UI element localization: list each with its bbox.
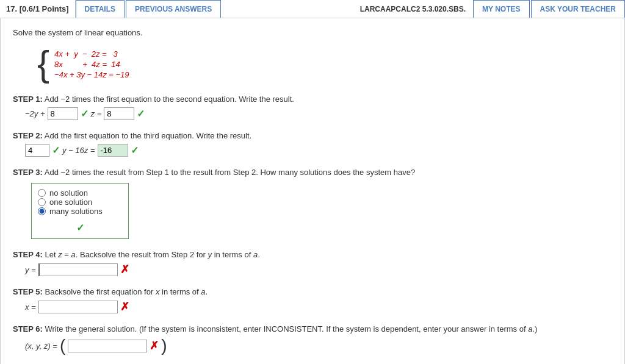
step-5-prefix: x = (25, 302, 36, 312)
step-2: STEP 2: Add the first equation to the th… (13, 131, 612, 157)
step-1-check2: ✓ (137, 108, 145, 120)
step-2-input2[interactable] (98, 144, 128, 157)
step-6-close-paren: ) (161, 337, 167, 354)
step-1-input1[interactable] (48, 107, 78, 120)
step-3-option-many-solutions: many solutions (38, 207, 122, 216)
step-5-row: x = ✗ (25, 300, 612, 313)
step-6-input[interactable] (68, 340, 147, 352)
step-6-prefix: (x, y, z) = (25, 341, 57, 351)
step-6-cross: ✗ (150, 339, 159, 352)
equation-1: 4x + y − 2z = 3 (54, 49, 129, 59)
step-2-row: ✓ y − 16z = ✓ (25, 144, 612, 157)
step-1-content: −2y + ✓ z = ✓ (25, 107, 612, 120)
step-5-cross: ✗ (120, 300, 129, 313)
step-6-description: STEP 6: Write the general solution. (If … (13, 324, 612, 334)
step-3-option-one-solution: one solution (38, 198, 122, 207)
step-2-check2: ✓ (131, 145, 139, 156)
step-5-input[interactable] (38, 301, 118, 313)
step-6: STEP 6: Write the general solution. (If … (13, 324, 612, 354)
step-4-description: STEP 4: Let z = a. Backsolve the result … (13, 250, 612, 259)
top-navigation-bar: 17. [0.6/1 Points] DETAILS PREVIOUS ANSW… (0, 0, 625, 18)
nav-tabs: DETAILS PREVIOUS ANSWERS (76, 0, 354, 18)
step-3-radio-group: no solution one solution many solutions … (31, 183, 129, 239)
step-4-content: y = ✗ (25, 263, 612, 276)
equation-3: −4x + 3y − 14z = −19 (54, 70, 129, 79)
brace-symbol: { (37, 46, 49, 82)
step-2-input1[interactable] (25, 144, 49, 157)
step-1-middle: z = (91, 109, 102, 118)
problem-id: LARCAAPCALC2 5.3.020.SBS. (354, 0, 472, 18)
step-5: STEP 5: Backsolve the first equation for… (13, 287, 612, 313)
tab-details[interactable]: DETAILS (76, 0, 125, 18)
step-4-cross: ✗ (120, 263, 129, 276)
step-3-option-no-solution: no solution (38, 188, 122, 198)
step-3: STEP 3: Add −2 times the result from Ste… (13, 168, 612, 239)
step-4-input[interactable] (38, 263, 118, 276)
step-6-content: (x, y, z) = ( ✗ ) (25, 337, 612, 354)
my-notes-button[interactable]: MY NOTES (473, 0, 529, 18)
main-content: Solve the system of linear equations. { … (0, 18, 625, 364)
step-5-content: x = ✗ (25, 300, 612, 313)
step-1-input2[interactable] (104, 107, 134, 120)
step-4: STEP 4: Let z = a. Backsolve the result … (13, 250, 612, 276)
step-1-check1: ✓ (81, 108, 89, 120)
step-3-content: no solution one solution many solutions … (25, 180, 612, 239)
radio-many-solutions[interactable] (38, 207, 46, 215)
radio-one-solution[interactable] (38, 198, 46, 206)
problem-number: 17. [0.6/1 Points] (0, 0, 76, 18)
step-4-prefix: y = (25, 265, 36, 274)
radio-one-solution-label: one solution (49, 198, 92, 207)
step-3-description: STEP 3: Add −2 times the result from Ste… (13, 168, 612, 177)
step-2-content: ✓ y − 16z = ✓ (25, 144, 612, 157)
radio-no-solution-label: no solution (49, 188, 88, 198)
ask-teacher-button[interactable]: ASK YOUR TEACHER (531, 0, 625, 18)
step-1-description: STEP 1: Add −2 times the first equation … (13, 95, 612, 104)
right-buttons: MY NOTES ASK YOUR TEACHER (472, 0, 625, 18)
problem-instruction: Solve the system of linear equations. (13, 28, 612, 37)
radio-many-solutions-label: many solutions (49, 207, 103, 216)
step-5-description: STEP 5: Backsolve the first equation for… (13, 287, 612, 296)
step-1-prefix: −2y + (25, 109, 45, 118)
radio-no-solution[interactable] (38, 189, 46, 197)
step-2-middle: y − 16z = (62, 146, 95, 155)
equation-system: { 4x + y − 2z = 3 8x + 4z = 14 −4x + 3y … (37, 46, 612, 82)
step-4-row: y = ✗ (25, 263, 612, 276)
step-1-row: −2y + ✓ z = ✓ (25, 107, 612, 120)
step-3-check: ✓ (38, 222, 122, 234)
step-6-row: (x, y, z) = ( ✗ ) (25, 337, 612, 354)
tab-previous-answers[interactable]: PREVIOUS ANSWERS (126, 0, 221, 18)
equations-list: 4x + y − 2z = 3 8x + 4z = 14 −4x + 3y − … (54, 49, 129, 79)
step-2-description: STEP 2: Add the first equation to the th… (13, 131, 612, 140)
step-6-open-paren: ( (60, 337, 65, 354)
step-2-check1: ✓ (52, 145, 60, 156)
equation-2: 8x + 4z = 14 (54, 60, 129, 69)
step-1: STEP 1: Add −2 times the first equation … (13, 95, 612, 120)
